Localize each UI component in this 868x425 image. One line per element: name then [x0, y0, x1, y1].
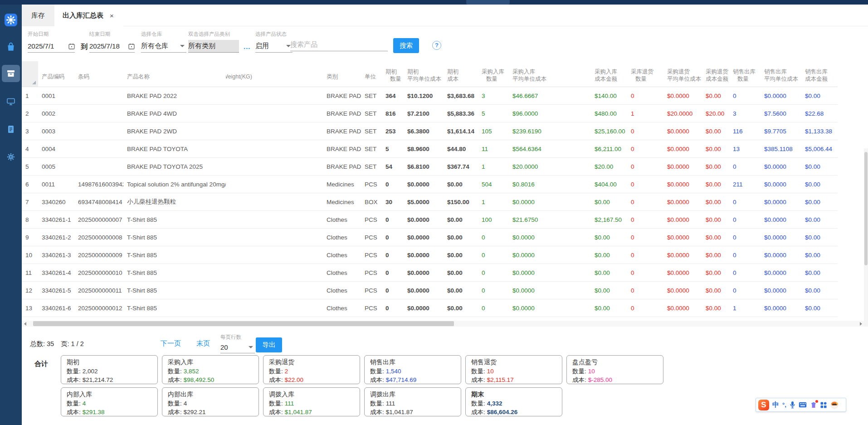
table-row[interactable]: 30003BRAKE PAD 2WDBRAKE PADSET253$6.3800… — [22, 122, 838, 140]
table-cell: 0 — [729, 216, 761, 223]
table-row[interactable]: 133340261-62025000000012T-Shirt 885Cloth… — [22, 299, 838, 317]
mascot-icon[interactable] — [830, 401, 839, 410]
toolbox-grid-icon[interactable] — [820, 402, 827, 408]
sidebar-item-pos[interactable] — [0, 93, 22, 111]
microphone-icon[interactable] — [790, 401, 795, 409]
table-cell: $0.0000 — [509, 305, 591, 312]
table-cell: PCS — [361, 216, 382, 223]
column-header: 销售出库平均单位成本 — [761, 61, 801, 87]
vertical-scrollbar[interactable] — [864, 148, 868, 327]
calendar-icon[interactable] — [68, 43, 75, 49]
table-row[interactable]: 93340261-22025000000008T-Shirt 885Clothe… — [22, 229, 838, 246]
horizontal-scrollbar-thumb[interactable] — [33, 321, 454, 326]
calendar-icon[interactable] — [128, 43, 135, 49]
start-date-input[interactable]: 2025/7/1 — [28, 42, 68, 50]
table-cell: $0.0000 — [761, 216, 801, 223]
totals-row-1: 期初数量:2,002成本:$21,214.72采购入库数量:3,852成本:$9… — [61, 355, 663, 384]
table-row[interactable]: 113340261-42025000000010T-Shirt 885Cloth… — [22, 264, 838, 282]
pagination-bar: 总数: 35 页: 1 / 2 下一页 末页 每页行数 20 导出 — [22, 334, 864, 355]
summary-card-qty: 数量:4 — [67, 399, 152, 408]
close-icon[interactable]: × — [110, 12, 114, 20]
summary-card-title: 内部出库 — [168, 391, 253, 399]
table-cell: 3340261-4 — [38, 269, 74, 276]
table-row[interactable]: 103340261-32025000000009T-Shirt 885Cloth… — [22, 246, 838, 264]
table-cell: $404.00 — [591, 181, 627, 188]
summary-card-qty: 数量:111 — [370, 399, 455, 408]
tab-summary-report[interactable]: 出入库汇总表 × — [54, 5, 123, 26]
table-row[interactable]: 6001114987616003942Topical solution 2% a… — [22, 176, 838, 193]
table-cell: 5 — [478, 110, 509, 117]
column-header: 采购入库数量 — [478, 61, 509, 87]
table-cell: 0 — [627, 216, 663, 223]
summary-card-title: 调拨出库 — [370, 391, 455, 399]
table-cell: 0 — [382, 252, 404, 259]
table-cell: $0.0000 — [761, 269, 801, 276]
category-more-button[interactable]: ... — [244, 43, 251, 50]
scroll-right-arrow[interactable] — [858, 321, 864, 327]
table-cell: $25,160.00 — [591, 128, 627, 135]
status-select[interactable]: 选择产品状态 启用 — [255, 31, 293, 53]
product-search-field[interactable]: 搜索产品 — [290, 31, 388, 51]
summary-card-cost: 成本:$1,041.87 — [370, 408, 455, 416]
sidebar-item-reports[interactable] — [0, 120, 22, 138]
horizontal-scrollbar[interactable] — [22, 321, 864, 327]
table-row[interactable]: 123340261-52025000000011T-Shirt 885Cloth… — [22, 282, 838, 299]
table-row[interactable]: 10001BRAKE PAD 2022BRAKE PADSET364$10.12… — [22, 87, 838, 105]
status-value: 启用 — [255, 42, 284, 50]
table-cell: Topical solution 2% antifungal 20mg/mL — [123, 181, 226, 188]
warehouse-select[interactable]: 选择仓库 所有仓库 — [141, 31, 186, 53]
sidebar-item-inventory[interactable] — [2, 65, 20, 82]
column-header: 采购退货成本金额 — [702, 61, 729, 87]
table-row[interactable]: 40004BRAKE PAD TOYOTABRAKE PADSET5$8.960… — [22, 140, 838, 158]
sidebar-item-settings[interactable] — [0, 148, 22, 166]
vertical-scrollbar-thumb[interactable] — [864, 152, 868, 265]
scroll-left-arrow[interactable] — [22, 321, 28, 327]
table-cell: $0.0000 — [761, 163, 801, 170]
table-cell: Clothes — [323, 216, 361, 223]
table-cell: BRAKE PAD — [323, 93, 361, 99]
table-cell: $0.0000 — [663, 305, 702, 312]
chevron-down-icon[interactable] — [249, 346, 253, 348]
table-cell: Clothes — [323, 252, 361, 259]
next-page-link[interactable]: 下一页 — [161, 339, 181, 348]
filter-bar: 开始日期 2025/7/1 到 结束日期 2025/7/18 选择仓库 所有仓库… — [22, 26, 868, 61]
keyboard-icon[interactable] — [799, 402, 807, 408]
search-button[interactable]: 搜索 — [393, 38, 419, 53]
skin-icon[interactable] — [810, 401, 817, 409]
tab-inventory[interactable]: 库存 — [22, 5, 54, 26]
table-cell: 2 — [22, 110, 38, 117]
end-date-field[interactable]: 结束日期 2025/7/18 — [89, 31, 135, 53]
table-row[interactable]: 50005BRAKE PAD TOYOTA 2025BRAKE PADSET54… — [22, 158, 838, 176]
app-logo-icon[interactable] — [0, 11, 22, 29]
table-cell: 116 — [729, 128, 761, 135]
column-header: 单位 — [361, 61, 382, 87]
table-cell: $0.00 — [591, 287, 627, 294]
table-row[interactable]: 20002BRAKE PAD 4WDBRAKE PADSET816$7.2100… — [22, 105, 838, 122]
ime-mode-button[interactable]: 中 — [772, 401, 779, 409]
table-row[interactable]: 733402606934748008414小儿柴桂退热颗粒MedicinesBO… — [22, 193, 838, 211]
punctuation-button[interactable]: °, — [782, 401, 786, 408]
search-input[interactable]: 搜索产品 — [290, 40, 388, 49]
table-cell: $0.00 — [591, 252, 627, 259]
end-date-input[interactable]: 2025/7/18 — [89, 42, 128, 50]
table-cell: BOX — [361, 199, 382, 205]
table-cell: $0.00 — [702, 234, 729, 241]
rows-per-page-select[interactable]: 每页行数 20 — [220, 334, 255, 353]
table-cell: 0 — [627, 163, 663, 170]
sogou-logo-icon[interactable]: S — [758, 400, 769, 410]
start-date-field[interactable]: 开始日期 2025/7/1 — [28, 31, 75, 53]
table-row[interactable]: 83340261-12025000000007T-Shirt 885Clothe… — [22, 211, 838, 229]
start-date-label: 开始日期 — [28, 31, 75, 38]
category-field[interactable]: 双击选择产品类别 所有类别 — [188, 31, 239, 53]
chevron-down-icon[interactable] — [180, 45, 185, 47]
export-button[interactable]: 导出 — [256, 337, 282, 352]
table-cell: $0.00 — [801, 93, 838, 99]
table-cell: Clothes — [323, 287, 361, 294]
table-cell: $10.1200 — [404, 93, 444, 99]
last-page-link[interactable]: 末页 — [196, 339, 210, 348]
sidebar-item-purchases[interactable] — [0, 38, 22, 56]
table-cell: $0.00 — [444, 305, 478, 312]
table-cell: 3340261-5 — [38, 287, 74, 294]
help-icon[interactable]: ? — [432, 41, 441, 50]
table-cell: $0.00 — [444, 216, 478, 223]
